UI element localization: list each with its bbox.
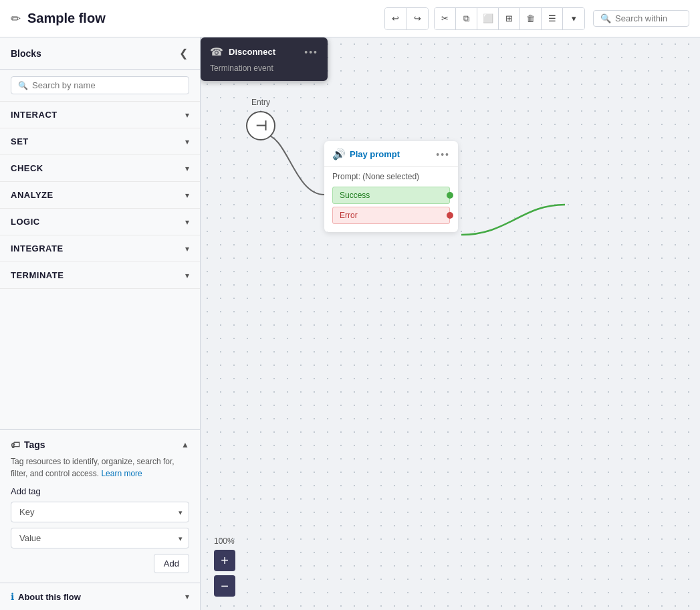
category-set: SET ▾ xyxy=(0,128,200,155)
topbar-left: ✏ Sample flow xyxy=(11,11,106,26)
category-terminate-label: TERMINATE xyxy=(11,270,64,280)
chevron-down-icon: ▾ xyxy=(185,271,189,280)
about-section[interactable]: ℹ About this flow ▾ xyxy=(0,583,200,610)
success-label: Success xyxy=(340,191,370,200)
redo-button[interactable]: ↪ xyxy=(406,8,428,29)
category-terminate-header[interactable]: TERMINATE ▾ xyxy=(0,262,200,288)
chevron-down-icon: ▾ xyxy=(185,217,189,227)
category-integrate-label: INTEGRATE xyxy=(11,243,64,253)
category-integrate-header[interactable]: INTEGRATE ▾ xyxy=(0,235,200,262)
category-set-label: SET xyxy=(11,136,29,146)
category-interact-label: INTERACT xyxy=(11,110,57,120)
sidebar: Blocks ❮ 🔍 INTERACT ▾ SET ▾ xyxy=(0,37,201,610)
about-chevron-icon: ▾ xyxy=(185,592,189,601)
play-prompt-menu-button[interactable]: ••• xyxy=(436,149,450,160)
search-wrapper: 🔍 xyxy=(593,10,689,27)
category-logic: LOGIC ▾ xyxy=(0,209,200,235)
sidebar-collapse-button[interactable]: ❮ xyxy=(178,45,189,61)
category-terminate: TERMINATE ▾ xyxy=(0,262,200,289)
chevron-down-icon: ▾ xyxy=(185,164,189,173)
error-label: Error xyxy=(340,211,358,220)
error-port[interactable]: Error xyxy=(332,207,450,224)
search-icon: 🔍 xyxy=(600,13,611,23)
tag-icon: 🏷 xyxy=(11,439,20,450)
category-logic-label: LOGIC xyxy=(11,217,40,227)
disconnect-title: Disconnect xyxy=(229,47,275,57)
category-analyze-label: ANALYZE xyxy=(11,190,53,200)
disconnect-title-wrap: ☎ Disconnect xyxy=(210,45,275,58)
delete-button[interactable]: 🗑 xyxy=(520,8,542,29)
value-select-wrapper: Value ▾ xyxy=(11,528,189,548)
list-button[interactable]: ☰ xyxy=(542,8,563,29)
cut-button[interactable]: ✂ xyxy=(435,8,456,29)
category-interact: INTERACT ▾ xyxy=(0,102,200,128)
learn-more-link[interactable]: Learn more xyxy=(101,469,142,478)
search-input[interactable] xyxy=(615,13,682,23)
toolbar: ↩ ↪ ✂ ⧉ ⬜ ⊞ 🗑 ☰ ▾ 🔍 xyxy=(384,7,689,30)
play-prompt-title: Play prompt xyxy=(350,149,400,159)
disconnect-termination: Termination event xyxy=(210,64,318,73)
add-tag-label: Add tag xyxy=(11,486,189,496)
flow-canvas[interactable]: Entry ⊣ 🔊 Play prompt ••• Prompt: (None … xyxy=(201,37,700,610)
chevron-down-icon: ▾ xyxy=(185,244,189,253)
chevron-down-icon: ▾ xyxy=(185,191,189,200)
disconnect-menu-button[interactable]: ••• xyxy=(304,47,318,58)
category-check-header[interactable]: CHECK ▾ xyxy=(0,155,200,181)
chevron-down-icon: ▾ xyxy=(185,110,189,120)
zoom-out-button[interactable]: − xyxy=(214,575,235,597)
disconnect-node: ☎ Disconnect ••• Termination event xyxy=(201,37,328,81)
copy-button[interactable]: ⧉ xyxy=(456,8,477,29)
tags-label: Tags xyxy=(24,439,45,450)
tags-section: 🏷 Tags ▲ Tag resources to identify, orga… xyxy=(0,429,200,583)
tags-collapse-icon[interactable]: ▲ xyxy=(181,440,189,449)
page-title: Sample flow xyxy=(27,11,106,26)
zoom-controls: 100% + − xyxy=(214,536,235,597)
pencil-icon: ✏ xyxy=(11,11,21,26)
topbar: ✏ Sample flow ↩ ↪ ✂ ⧉ ⬜ ⊞ 🗑 ☰ ▾ 🔍 xyxy=(0,0,700,37)
sidebar-search-icon: 🔍 xyxy=(18,81,28,90)
sidebar-header: Blocks ❮ xyxy=(0,37,200,70)
success-port-dot xyxy=(447,192,453,199)
sidebar-title: Blocks xyxy=(11,48,41,59)
disconnect-header: ☎ Disconnect ••• xyxy=(210,45,318,58)
category-check: CHECK ▾ xyxy=(0,155,200,182)
error-port-dot xyxy=(447,212,453,219)
play-prompt-node: 🔊 Play prompt ••• Prompt: (None selected… xyxy=(324,141,458,232)
add-tag-button[interactable]: Add xyxy=(154,554,189,573)
entry-circle: ⊣ xyxy=(246,111,275,140)
sidebar-search-area: 🔍 xyxy=(0,70,200,102)
undo-button[interactable]: ↩ xyxy=(385,8,406,29)
value-select[interactable]: Value xyxy=(11,528,189,548)
entry-icon: ⊣ xyxy=(255,118,267,134)
entry-label: Entry xyxy=(234,98,287,107)
key-select-wrapper: Key ▾ xyxy=(11,502,189,522)
play-prompt-header: 🔊 Play prompt ••• xyxy=(324,141,458,167)
category-analyze-header[interactable]: ANALYZE ▾ xyxy=(0,182,200,208)
more-button[interactable]: ▾ xyxy=(563,8,584,29)
paste-button[interactable]: ⬜ xyxy=(477,8,499,29)
tags-title: 🏷 Tags xyxy=(11,439,45,450)
main-layout: Blocks ❮ 🔍 INTERACT ▾ SET ▾ xyxy=(0,37,700,610)
tags-description: Tag resources to identify, organize, sea… xyxy=(11,455,189,480)
category-set-header[interactable]: SET ▾ xyxy=(0,128,200,155)
category-check-label: CHECK xyxy=(11,163,43,173)
category-interact-header[interactable]: INTERACT ▾ xyxy=(0,102,200,128)
category-analyze: ANALYZE ▾ xyxy=(0,182,200,209)
zoom-in-button[interactable]: + xyxy=(214,550,235,571)
key-select[interactable]: Key xyxy=(11,502,189,522)
undo-redo-group: ↩ ↪ xyxy=(384,7,429,30)
block-categories: INTERACT ▾ SET ▾ CHECK ▾ ANALYZE ▾ xyxy=(0,102,200,289)
sidebar-search-inner: 🔍 xyxy=(11,76,189,94)
about-left: ℹ About this flow xyxy=(11,591,81,602)
sidebar-search-input[interactable] xyxy=(32,80,182,90)
category-integrate: INTEGRATE ▾ xyxy=(0,235,200,262)
edit-group: ✂ ⧉ ⬜ ⊞ 🗑 ☰ ▾ xyxy=(434,7,585,30)
zoom-label: 100% xyxy=(214,536,235,546)
group-button[interactable]: ⊞ xyxy=(499,8,520,29)
about-label: About this flow xyxy=(18,592,81,602)
success-port[interactable]: Success xyxy=(332,187,450,204)
chevron-down-icon: ▾ xyxy=(185,137,189,146)
play-prompt-icon: 🔊 xyxy=(332,148,346,161)
play-prompt-body: Prompt: (None selected) Success Error xyxy=(324,167,458,232)
category-logic-header[interactable]: LOGIC ▾ xyxy=(0,209,200,235)
